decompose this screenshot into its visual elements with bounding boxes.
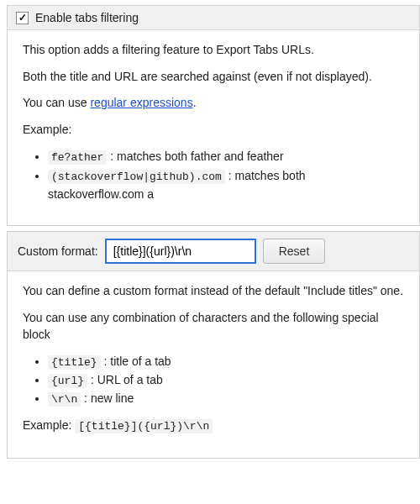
section-body: This option adds a filtering feature to … [8,30,419,225]
list-item: (stackoverflow|github).com : matches bot… [48,167,404,204]
custom-format-label: Custom format: [18,244,98,258]
section-body: You can define a custom format instead o… [8,271,419,457]
custom-format-input[interactable] [105,239,256,264]
list-item: {title} : title of a tab [48,353,404,371]
filtering-desc-1: This option adds a filtering feature to … [23,42,404,59]
enable-tabs-filtering-section: Enable tabs filtering This option adds a… [7,5,420,226]
custom-format-desc-1: You can define a custom format instead o… [23,283,404,300]
example-code: (stackoverflow|github).com [48,170,225,184]
reset-button[interactable]: Reset [263,239,326,264]
custom-format-desc-2: You can use any combination of character… [23,310,404,343]
regex-link[interactable]: regular expressions [90,96,192,109]
filtering-desc-2: Both the title and URL are searched agai… [23,69,404,86]
block-code: {title} [48,355,101,370]
section-header: Enable tabs filtering [8,6,419,30]
section-header: Custom format: Reset [8,232,419,271]
custom-format-section: Custom format: Reset You can define a cu… [7,231,420,458]
list-item: fe?ather : matches both father and feath… [48,148,404,166]
checkbox-label: Enable tabs filtering [35,11,139,24]
custom-format-blocks-list: {title} : title of a tab {url} : URL of … [23,353,404,408]
list-item: \r\n : new line [48,390,404,408]
example-code: fe?ather [48,150,107,165]
list-item: {url} : URL of a tab [48,371,404,390]
block-code: {url} [48,374,87,388]
custom-format-example: Example: [{title}]({url})\r\n [23,417,404,434]
filtering-examples-list: fe?ather : matches both father and feath… [23,148,404,203]
filtering-desc-3: You can use regular expressions. [23,95,404,112]
example-label: Example: [23,122,404,139]
example-code: [{title}]({url})\r\n [75,419,213,433]
enable-tabs-filtering-checkbox[interactable] [16,12,29,24]
block-code: \r\n [48,392,81,407]
